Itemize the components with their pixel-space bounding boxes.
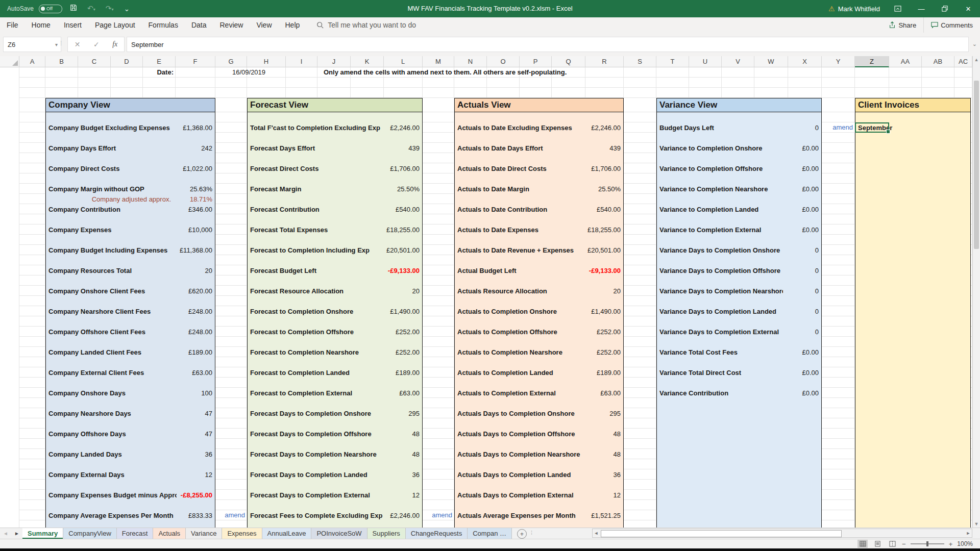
vertical-scrollbar[interactable]: ▲ ▼ <box>972 56 980 528</box>
item-label[interactable]: Company Resources Total <box>48 266 177 276</box>
item-label[interactable]: Actuals to Date Revenue + Expenses <box>457 245 585 256</box>
item-label[interactable]: Forecast Days to Completion Landed <box>250 470 384 480</box>
name-box[interactable]: Z6 ▾ <box>3 37 61 52</box>
column-header-R[interactable]: R <box>585 56 624 67</box>
item-value[interactable]: £2,246.00 <box>390 123 420 133</box>
item-label[interactable]: Forecast to Completion Nearshore <box>250 347 384 358</box>
item-value[interactable]: 439 <box>408 143 420 154</box>
item-label[interactable]: Variance to Completion Offshore <box>659 164 783 174</box>
item-label[interactable]: Forecast Days to Completion Onshore <box>250 409 384 419</box>
item-value[interactable]: £833.33 <box>188 511 212 521</box>
sheet-tab-summary[interactable]: Summary <box>22 528 63 539</box>
item-value[interactable]: 48 <box>412 449 420 460</box>
item-value[interactable]: £1,706.00 <box>390 164 420 174</box>
autosave-toggle[interactable]: Off <box>39 5 62 13</box>
tabs-scroll-left-icon[interactable]: ◄ <box>0 528 11 539</box>
item-label[interactable]: Company Average Expenses Per Month <box>48 511 177 521</box>
column-header-F[interactable]: F <box>176 56 215 67</box>
menu-view[interactable]: View <box>250 21 278 29</box>
column-header-Q[interactable]: Q <box>552 56 585 67</box>
scroll-right-icon[interactable]: ► <box>965 531 972 536</box>
item-value[interactable]: £0.00 <box>802 347 819 358</box>
date-value-cell[interactable]: 16/09/2019 <box>232 68 265 76</box>
zoom-slider-thumb[interactable] <box>926 541 928 546</box>
item-label[interactable]: Actuals Days to Completion Landed <box>457 470 585 480</box>
item-label[interactable]: Variance to Completion External <box>659 225 783 235</box>
item-label[interactable]: Actuals to Date Margin <box>457 184 585 194</box>
item-value[interactable]: 12 <box>412 490 420 500</box>
item-label[interactable]: Variance to Completion Nearshore <box>659 184 783 194</box>
item-value[interactable]: £620.00 <box>188 286 212 296</box>
item-value[interactable]: £1,490.00 <box>591 307 621 317</box>
zoom-in-button[interactable]: + <box>949 541 953 547</box>
sheet-tab-companyview[interactable]: CompanyView <box>63 528 117 539</box>
item-value[interactable]: 242 <box>201 143 212 154</box>
sheet-tab-compan-[interactable]: Compan … <box>468 528 512 539</box>
item-value[interactable]: 439 <box>609 143 621 154</box>
item-label[interactable]: Forecast Days Effort <box>250 143 384 154</box>
scroll-left-icon[interactable]: ◄ <box>593 531 600 536</box>
column-header-P[interactable]: P <box>520 56 552 67</box>
item-value[interactable]: £63.00 <box>600 388 621 398</box>
item-value[interactable]: 0 <box>815 266 819 276</box>
panel-title[interactable]: Actuals View <box>455 98 623 112</box>
item-value[interactable]: £11,368.00 <box>180 245 212 256</box>
item-label[interactable]: September <box>858 123 932 133</box>
item-label[interactable]: Forecast Total Expenses <box>250 225 384 235</box>
menu-help[interactable]: Help <box>279 21 307 29</box>
item-label[interactable]: Total F'cast to Completion Excluding Exp <box>250 123 384 133</box>
item-value[interactable]: 0 <box>815 327 819 337</box>
item-value[interactable]: £0.00 <box>802 184 819 194</box>
item-label[interactable]: Company Offshore Client Fees <box>48 327 177 337</box>
item-label[interactable]: Company Contribution <box>48 205 177 215</box>
item-label[interactable]: Variance Days to Completion Onshore <box>659 245 783 256</box>
item-label[interactable]: Forecast to Completion Including Exp <box>250 245 384 256</box>
item-label[interactable]: Forecast to Completion Onshore <box>250 307 384 317</box>
new-sheet-button[interactable]: + <box>517 529 527 539</box>
item-value[interactable]: £540.00 <box>597 205 621 215</box>
item-value[interactable]: £540.00 <box>396 205 420 215</box>
item-value[interactable]: 48 <box>412 429 420 439</box>
item-value[interactable]: 48 <box>614 429 621 439</box>
item-value[interactable]: £189.00 <box>396 368 420 378</box>
sheet-tab-actuals[interactable]: Actuals <box>153 528 186 539</box>
item-value[interactable]: £2,246.00 <box>390 511 420 521</box>
column-header-W[interactable]: W <box>754 56 788 67</box>
undo-icon[interactable]: ↶▾ <box>85 0 98 18</box>
formula-input[interactable]: September <box>127 37 969 52</box>
item-value[interactable]: £63.00 <box>192 368 212 378</box>
column-header-Z[interactable]: Z <box>855 56 889 67</box>
item-label[interactable]: Forecast Resource Allocation <box>250 286 384 296</box>
column-header-I[interactable]: I <box>286 56 317 67</box>
panel-title[interactable]: Company View <box>46 98 215 112</box>
item-value[interactable]: £63.00 <box>399 388 420 398</box>
item-value[interactable]: -£9,133.00 <box>589 266 621 276</box>
item-value[interactable]: £0.00 <box>802 205 819 215</box>
save-icon[interactable] <box>67 0 80 17</box>
item-label[interactable]: Actuals to Date Contribution <box>457 205 585 215</box>
item-label[interactable]: Company Landed Client Fees <box>48 347 177 358</box>
page-layout-view-button[interactable] <box>872 540 883 548</box>
item-label[interactable]: Forecast Fees to Complete Excluding Exp <box>250 511 384 521</box>
item-label[interactable]: Company External Days <box>48 470 177 480</box>
share-button[interactable]: Share <box>881 17 923 33</box>
item-label[interactable]: Actuals Days to Completion Onshore <box>457 409 585 419</box>
normal-view-button[interactable] <box>857 540 868 548</box>
minimize-button[interactable]: — <box>910 0 933 17</box>
item-value[interactable]: £18,255.00 <box>587 225 621 235</box>
amend-flag[interactable]: amend <box>422 510 452 520</box>
item-label[interactable]: Variance Days to Completion Nearshore <box>659 286 783 296</box>
column-header-V[interactable]: V <box>722 56 754 67</box>
item-label[interactable]: Forecast Days to Completion External <box>250 490 384 500</box>
item-value[interactable]: £0.00 <box>802 164 819 174</box>
page-break-view-button[interactable] <box>887 540 897 548</box>
item-value[interactable]: 0 <box>815 307 819 317</box>
item-value[interactable]: £0.00 <box>802 143 819 154</box>
item-label[interactable]: Company Budget Including Expenses <box>48 245 177 256</box>
item-value[interactable]: £0.00 <box>802 388 819 398</box>
item-label[interactable]: Forecast Days to Completion Nearshore <box>250 449 384 460</box>
item-value[interactable]: £20,501.00 <box>386 245 420 256</box>
item-label[interactable]: Actuals Resource Allocation <box>457 286 585 296</box>
sheet-tab-suppliers[interactable]: Suppliers <box>368 528 406 539</box>
column-header-T[interactable]: T <box>656 56 689 67</box>
